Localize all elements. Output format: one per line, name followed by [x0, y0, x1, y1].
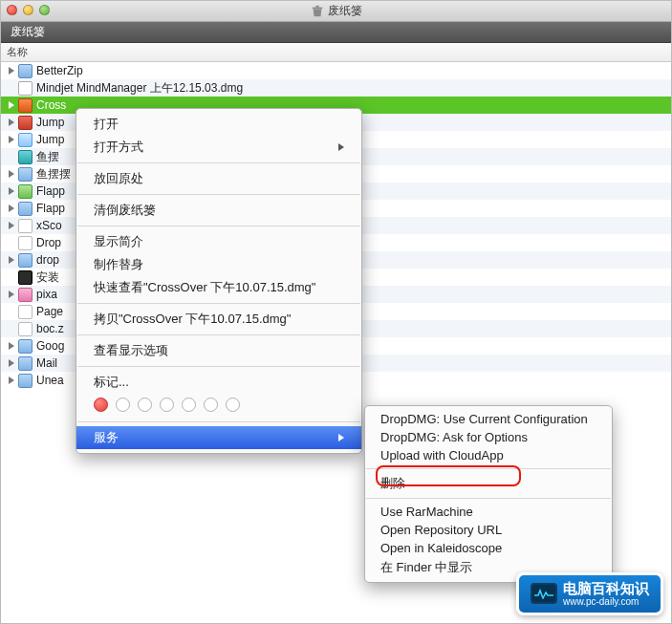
file-icon: [18, 356, 33, 371]
submenu-item[interactable]: Open Repository URL: [365, 521, 612, 539]
menu-open-with[interactable]: 打开方式: [76, 136, 361, 159]
file-icon: [18, 219, 33, 233]
chevron-right-icon: [338, 434, 344, 441]
disclosure-triangle-icon: [9, 67, 14, 75]
item-label: pixa: [36, 288, 57, 301]
tag-orange[interactable]: [116, 398, 130, 412]
item-label: Jump: [36, 116, 64, 129]
list-item[interactable]: BetterZip: [1, 62, 671, 79]
file-icon: [18, 167, 33, 182]
tag-blue[interactable]: [182, 398, 196, 412]
monitor-icon: [531, 583, 557, 604]
item-label: Cross: [36, 98, 66, 112]
menu-services[interactable]: 服务: [76, 426, 361, 449]
list-item[interactable]: Mindjet MindManager 上午12.15.03.dmg: [1, 79, 671, 97]
tag-gray[interactable]: [226, 398, 240, 412]
menu-put-back[interactable]: 放回原处: [76, 167, 361, 190]
item-label: BetterZip: [36, 64, 83, 77]
list-columns-header[interactable]: 名称: [1, 43, 671, 62]
disclosure-triangle-icon: [9, 256, 14, 264]
menu-separator: [77, 194, 360, 195]
item-label: Drop: [36, 236, 61, 249]
file-icon: [18, 81, 33, 96]
disclosure-triangle-icon: [9, 222, 14, 229]
disclosure-triangle-icon: [9, 359, 14, 367]
item-label: Flapp: [36, 184, 65, 198]
menu-view-options[interactable]: 查看显示选项: [76, 339, 361, 362]
file-icon: [18, 288, 33, 302]
disclosure-triangle-icon: [9, 136, 14, 143]
traffic-lights: [7, 5, 50, 15]
item-label: 鱼摆摆: [36, 166, 71, 183]
services-submenu: DropDMG: Use Current ConfigurationDropDM…: [364, 405, 613, 583]
tag-green[interactable]: [160, 398, 174, 412]
menu-empty-trash[interactable]: 清倒废纸篓: [76, 199, 361, 222]
menu-separator: [77, 303, 360, 304]
submenu-item[interactable]: Upload with CloudApp: [365, 446, 612, 464]
chevron-right-icon: [338, 143, 344, 151]
file-icon: [18, 374, 33, 388]
menu-separator: [77, 226, 360, 226]
file-icon: [18, 150, 33, 164]
menu-make-alias[interactable]: 制作替身: [76, 253, 361, 276]
menu-separator: [77, 366, 360, 367]
disclosure-triangle-icon: [9, 118, 14, 126]
file-icon: [18, 64, 33, 78]
item-label: Flapp: [36, 202, 65, 215]
minimize-window-button[interactable]: [23, 5, 33, 15]
item-label: Jump: [36, 133, 64, 146]
file-icon: [18, 339, 33, 354]
context-menu: 打开 打开方式 放回原处 清倒废纸篓 显示简介 制作替身 快速查看"CrossO…: [76, 108, 362, 454]
disclosure-triangle-icon: [9, 377, 14, 384]
item-label: xSco: [36, 219, 62, 232]
tag-yellow[interactable]: [138, 398, 152, 412]
file-icon: [18, 116, 33, 130]
item-label: Goog: [36, 339, 64, 353]
menu-separator: [77, 334, 360, 335]
window-titlebar: 废纸篓: [1, 1, 671, 22]
watermark-badge: 电脑百科知识 www.pc-daily.com: [516, 572, 663, 616]
item-label: 安装: [36, 269, 59, 286]
file-icon: [18, 253, 33, 268]
item-label: drop: [36, 253, 59, 267]
disclosure-triangle-icon: [9, 187, 14, 195]
file-icon: [18, 270, 33, 285]
disclosure-triangle-icon: [9, 204, 14, 212]
close-window-button[interactable]: [7, 5, 17, 15]
tags-row: [76, 394, 361, 418]
badge-title: 电脑百科知识: [563, 581, 649, 597]
disclosure-triangle-icon: [9, 101, 14, 109]
zoom-window-button[interactable]: [39, 5, 50, 15]
submenu-item[interactable]: DropDMG: Use Current Configuration: [365, 410, 612, 428]
menu-separator: [77, 162, 360, 163]
file-icon: [18, 98, 33, 113]
badge-url: www.pc-daily.com: [563, 596, 649, 607]
item-label: Unea: [36, 374, 64, 387]
file-icon: [18, 133, 33, 147]
trash-icon: [311, 5, 324, 18]
submenu-item[interactable]: Open in Kaleidoscope: [365, 539, 612, 557]
menu-open[interactable]: 打开: [76, 113, 361, 136]
submenu-item[interactable]: DropDMG: Ask for Options: [365, 428, 612, 446]
menu-separator: [77, 421, 360, 422]
submenu-item[interactable]: 删除: [365, 473, 612, 494]
menu-get-info[interactable]: 显示简介: [76, 230, 361, 253]
menu-tags-label: 标记...: [76, 371, 361, 394]
svg-rect-0: [312, 7, 322, 9]
svg-rect-1: [315, 5, 319, 7]
file-icon: [18, 322, 33, 336]
window-toolbar: 废纸篓: [1, 22, 671, 43]
file-icon: [18, 236, 33, 250]
tag-purple[interactable]: [204, 398, 218, 412]
item-label: Page: [36, 305, 63, 318]
file-icon: [18, 184, 33, 199]
item-label: boc.z: [36, 322, 64, 335]
toolbar-title: 废纸篓: [11, 24, 45, 40]
submenu-item[interactable]: Use RarMachine: [365, 503, 612, 521]
tag-red[interactable]: [94, 398, 108, 412]
item-label: Mindjet MindManager 上午12.15.03.dmg: [36, 80, 243, 97]
menu-quick-look[interactable]: 快速查看"CrossOver 下午10.07.15.dmg": [76, 276, 361, 299]
menu-copy[interactable]: 拷贝"CrossOver 下午10.07.15.dmg": [76, 308, 361, 331]
item-label: 鱼摆: [36, 149, 59, 165]
file-icon: [18, 202, 33, 216]
